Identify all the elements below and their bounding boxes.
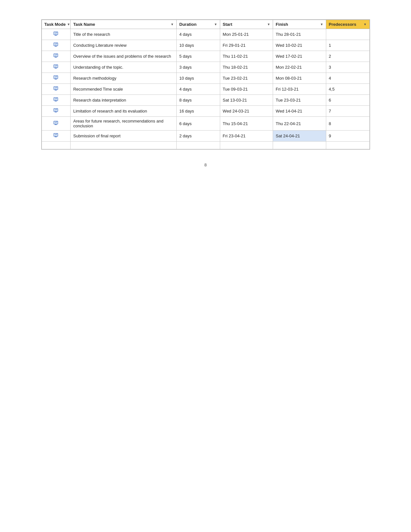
cell-predecessors-0 bbox=[326, 29, 369, 40]
pred-dropdown-arrow[interactable]: ▼ bbox=[364, 23, 367, 26]
svg-rect-7 bbox=[55, 46, 56, 46]
table-row: Areas for future research, recommendatio… bbox=[42, 117, 369, 131]
duration-dropdown-arrow[interactable]: ▼ bbox=[214, 23, 217, 26]
svg-rect-43 bbox=[54, 124, 57, 125]
table-row: Limitation of research and its evaluatio… bbox=[42, 106, 369, 117]
cell-name-empty bbox=[71, 142, 177, 149]
col-header-predecessors: Predecessors ▼ bbox=[326, 20, 369, 29]
svg-rect-37 bbox=[55, 112, 56, 112]
col-header-duration: Duration ▼ bbox=[177, 20, 220, 29]
col-header-start: Start ▼ bbox=[220, 20, 273, 29]
cell-finish-3: Mon 22-02-21 bbox=[273, 62, 326, 73]
cell-mode-9 bbox=[42, 131, 71, 142]
svg-rect-3 bbox=[54, 35, 57, 36]
mode-dropdown-arrow[interactable]: ▼ bbox=[67, 23, 70, 26]
table-row: Title of the research 4 days Mon 25-01-2… bbox=[42, 29, 369, 40]
finish-dropdown-arrow[interactable]: ▼ bbox=[320, 23, 323, 26]
task-mode-icon bbox=[53, 97, 59, 103]
cell-name-3: Understanding of the topic. bbox=[71, 62, 177, 73]
svg-rect-42 bbox=[55, 124, 56, 124]
cell-duration-5: 4 days bbox=[177, 84, 220, 95]
task-mode-icon bbox=[53, 75, 59, 81]
cell-name-4: Research methodology bbox=[71, 73, 177, 84]
cell-name-2: Overview of the issues and problems of t… bbox=[71, 51, 177, 62]
svg-rect-17 bbox=[55, 68, 56, 68]
cell-start-6: Sat 13-03-21 bbox=[220, 95, 273, 106]
svg-rect-38 bbox=[54, 112, 57, 113]
cell-finish-5: Fri 12-03-21 bbox=[273, 84, 326, 95]
table-row: Overview of the issues and problems of t… bbox=[42, 51, 369, 62]
cell-duration-7: 16 days bbox=[177, 106, 220, 117]
cell-predecessors-4: 4 bbox=[326, 73, 369, 84]
cell-finish-0: Thu 28-01-21 bbox=[273, 29, 326, 40]
cell-predecessors-1: 1 bbox=[326, 40, 369, 51]
name-dropdown-arrow[interactable]: ▼ bbox=[171, 23, 174, 26]
cell-start-empty bbox=[220, 142, 273, 149]
svg-rect-33 bbox=[54, 101, 57, 102]
svg-rect-18 bbox=[54, 68, 57, 69]
svg-point-49 bbox=[56, 134, 57, 134]
cell-mode-empty bbox=[42, 142, 71, 149]
cell-predecessors-6: 6 bbox=[326, 95, 369, 106]
col-header-finish: Finish ▼ bbox=[273, 20, 326, 29]
task-mode-icon bbox=[53, 31, 59, 37]
cell-mode-3 bbox=[42, 62, 71, 73]
cell-finish-7: Wed 14-04-21 bbox=[273, 106, 326, 117]
cell-mode-2 bbox=[42, 51, 71, 62]
table-row: Submission of final report 2 days Fri 23… bbox=[42, 131, 369, 142]
svg-point-39 bbox=[56, 109, 57, 109]
cell-mode-0 bbox=[42, 29, 71, 40]
cell-finish-4: Mon 08-03-21 bbox=[273, 73, 326, 84]
cell-start-8: Thu 15-04-21 bbox=[220, 117, 273, 131]
start-dropdown-arrow[interactable]: ▼ bbox=[267, 23, 270, 26]
cell-start-5: Tue 09-03-21 bbox=[220, 84, 273, 95]
cell-name-0: Title of the research bbox=[71, 29, 177, 40]
cell-duration-1: 10 days bbox=[177, 40, 220, 51]
svg-rect-13 bbox=[54, 57, 57, 58]
svg-point-19 bbox=[56, 65, 57, 65]
cell-name-8: Areas for future research, recommendatio… bbox=[71, 117, 177, 131]
cell-finish-empty bbox=[273, 142, 326, 149]
svg-rect-22 bbox=[55, 79, 56, 79]
page-number: 8 bbox=[41, 163, 370, 167]
cell-duration-3: 3 days bbox=[177, 62, 220, 73]
cell-name-6: Research data interpretation bbox=[71, 95, 177, 106]
cell-predecessors-9: 9 bbox=[326, 131, 369, 142]
cell-mode-8 bbox=[42, 117, 71, 131]
table-row: Understanding of the topic. 3 days Thu 1… bbox=[42, 62, 369, 73]
table-row: Conducting Literature review 10 days Fri… bbox=[42, 40, 369, 51]
task-mode-icon bbox=[53, 64, 59, 70]
cell-duration-4: 10 days bbox=[177, 73, 220, 84]
cell-duration-0: 4 days bbox=[177, 29, 220, 40]
cell-mode-4 bbox=[42, 73, 71, 84]
cell-predecessors-2: 2 bbox=[326, 51, 369, 62]
svg-point-34 bbox=[56, 98, 57, 98]
table-row-empty bbox=[42, 142, 369, 149]
table-row: Research data interpretation 8 days Sat … bbox=[42, 95, 369, 106]
cell-pred-empty bbox=[326, 142, 369, 149]
cell-start-1: Fri 29-01-21 bbox=[220, 40, 273, 51]
svg-rect-23 bbox=[54, 79, 57, 80]
col-header-mode: Task Mode ▼ bbox=[42, 20, 71, 29]
svg-rect-32 bbox=[55, 101, 56, 101]
cell-name-7: Limitation of research and its evaluatio… bbox=[71, 106, 177, 117]
cell-mode-1 bbox=[42, 40, 71, 51]
cell-name-1: Conducting Literature review bbox=[71, 40, 177, 51]
cell-mode-6 bbox=[42, 95, 71, 106]
task-mode-icon bbox=[53, 86, 59, 92]
task-mode-icon bbox=[53, 42, 59, 48]
svg-rect-2 bbox=[55, 35, 56, 35]
svg-point-4 bbox=[56, 32, 57, 33]
table-row: Research methodology 10 days Tue 23-02-2… bbox=[42, 73, 369, 84]
svg-point-24 bbox=[56, 76, 57, 76]
cell-predecessors-8: 8 bbox=[326, 117, 369, 131]
cell-start-3: Thu 18-02-21 bbox=[220, 62, 273, 73]
cell-finish-1: Wed 10-02-21 bbox=[273, 40, 326, 51]
cell-duration-2: 5 days bbox=[177, 51, 220, 62]
svg-rect-48 bbox=[54, 137, 57, 137]
cell-predecessors-7: 7 bbox=[326, 106, 369, 117]
svg-point-44 bbox=[56, 121, 57, 122]
svg-rect-47 bbox=[55, 136, 56, 137]
cell-finish-2: Wed 17-02-21 bbox=[273, 51, 326, 62]
cell-duration-8: 6 days bbox=[177, 117, 220, 131]
